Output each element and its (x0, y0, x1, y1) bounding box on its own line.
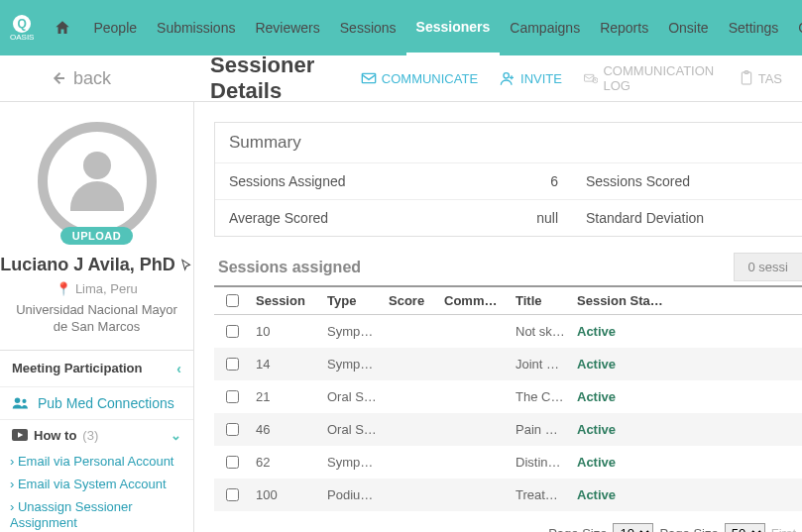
row-checkbox[interactable] (226, 456, 239, 469)
second-bar: back Sessioner Details COMMUNICATE INVIT… (0, 55, 802, 102)
howto-item[interactable]: Unassign Sessioner Assignment (0, 496, 193, 532)
people-icon (12, 396, 30, 410)
pager-first[interactable]: First (771, 526, 796, 532)
nav-onsite[interactable]: Onsite (658, 0, 718, 55)
table-row[interactable]: 14Sympo…Joint V…Active (214, 348, 802, 380)
summary-label: Sessions Assigned (215, 163, 413, 199)
row-checkbox[interactable] (226, 358, 239, 371)
select-all-cell (214, 294, 250, 307)
howto-list: Email via Personal AccountEmail via Syst… (0, 451, 193, 532)
summary-row: Sessions Assigned6Sessions Scored (215, 163, 802, 199)
cell-title: Joint V… (510, 357, 571, 372)
svg-point-6 (15, 397, 21, 403)
nav-sessions[interactable]: Sessions (330, 0, 406, 55)
col-session[interactable]: Session (250, 293, 321, 308)
table-row[interactable]: 100Podiu…Treatm…Active (214, 479, 802, 511)
cell-title: Treatm… (510, 487, 571, 502)
meeting-participation-label: Meeting Participation (12, 361, 142, 375)
sidebar-section-meeting: Meeting Participation ‹ (0, 350, 193, 386)
map-pin-icon: 📍 (56, 281, 71, 296)
summary-label-right: Standard Deviation (572, 200, 790, 236)
svg-point-7 (22, 399, 26, 403)
cell-type: Sympo… (321, 357, 383, 372)
howto-toggle[interactable]: How to (3) ⌄ (0, 420, 193, 451)
nav-configuration[interactable]: Configuration (788, 0, 802, 55)
cell-session: 14 (250, 357, 321, 372)
sessions-title: Sessions assigned (214, 259, 734, 276)
invite-button[interactable]: INVITE (500, 70, 562, 86)
page-size-select-1[interactable]: 10 (613, 523, 653, 532)
pubmed-link[interactable]: Pub Med Connections (0, 387, 193, 419)
back-button[interactable]: back (50, 68, 111, 89)
row-select-cell (214, 358, 250, 371)
row-checkbox[interactable] (226, 423, 239, 436)
row-select-cell (214, 456, 250, 469)
nav-reports[interactable]: Reports (590, 0, 658, 55)
select-all-checkbox[interactable] (226, 294, 239, 307)
meeting-participation-toggle[interactable]: Meeting Participation ‹ (0, 351, 193, 386)
summary-row: Average ScorednullStandard Deviation (215, 199, 802, 236)
action-links: COMMUNICATE INVITE COMMUNICATION LOG TAS (361, 63, 782, 93)
svg-point-1 (504, 73, 509, 78)
page-title: Sessioner Details (210, 53, 361, 104)
howto-item[interactable]: Email via Personal Account (0, 451, 193, 474)
person-location: 📍 Lima, Peru (56, 281, 138, 296)
table-body: 10Sympo…Not ski…Active14Sympo…Joint V…Ac… (214, 315, 802, 511)
home-icon[interactable] (54, 19, 71, 37)
chevron-down-icon: ⌄ (171, 428, 181, 443)
upload-button[interactable]: UPLOAD (60, 227, 133, 245)
tasks-button[interactable]: TAS (740, 70, 782, 86)
col-comments[interactable]: Comme… (438, 293, 510, 308)
table-row[interactable]: 21Oral Se…The CA…Active (214, 380, 802, 413)
location-text: Lima, Peru (75, 281, 138, 296)
col-title[interactable]: Title (510, 293, 571, 308)
cell-status: Active (571, 389, 670, 404)
summary-label-right: Sessions Scored (572, 163, 790, 199)
communication-log-button[interactable]: COMMUNICATION LOG (584, 63, 718, 93)
sessions-count: 0 sessi (734, 253, 802, 281)
table-row[interactable]: 62Sympo…Distinc…Active (214, 446, 802, 479)
row-select-cell (214, 390, 250, 403)
howto-label: How to (34, 428, 76, 443)
nav-sessioners[interactable]: Sessioners (406, 0, 501, 55)
row-checkbox[interactable] (226, 325, 239, 338)
col-type[interactable]: Type (321, 293, 383, 308)
row-select-cell (214, 423, 250, 436)
nav-campaigns[interactable]: Campaigns (500, 0, 590, 55)
page-size-select-2[interactable]: 50 (725, 523, 765, 532)
logo-text: OASIS (10, 33, 34, 42)
cell-title: The CA… (510, 389, 571, 404)
logo-icon: Q (13, 15, 31, 33)
summary-title: Summary (215, 123, 802, 163)
main: UPLOAD Luciano J Avila, PhD 📍 Lima, Peru… (0, 102, 802, 532)
avatar[interactable] (38, 122, 157, 241)
cell-status: Active (571, 455, 670, 470)
cell-title: Distinc… (510, 455, 571, 470)
svg-rect-0 (362, 73, 375, 82)
logo[interactable]: Q OASIS (10, 15, 34, 42)
cell-status: Active (571, 324, 670, 339)
cell-type: Oral Se… (321, 422, 383, 437)
chevron-left-icon: ‹ (176, 361, 181, 376)
nav-people[interactable]: People (83, 0, 147, 55)
avatar-block: UPLOAD Luciano J Avila, PhD 📍 Lima, Peru… (0, 122, 193, 336)
nav-reviewers[interactable]: Reviewers (245, 0, 329, 55)
howto-item[interactable]: Email via System Account (0, 474, 193, 496)
nav-submissions[interactable]: Submissions (147, 0, 245, 55)
person-org: Universidad Nacional Mayor de San Marcos (0, 302, 193, 336)
pager: Page Size 10 Page Size 50 First (214, 511, 802, 532)
cell-status: Active (571, 357, 670, 372)
row-select-cell (214, 488, 250, 501)
sidebar-section-pubmed: Pub Med Connections (0, 386, 193, 419)
row-checkbox[interactable] (226, 488, 239, 501)
col-status[interactable]: Session Status (571, 293, 670, 308)
cell-session: 62 (250, 455, 321, 470)
row-checkbox[interactable] (226, 390, 239, 403)
cell-title: Pain M… (510, 422, 571, 437)
nav-settings[interactable]: Settings (719, 0, 789, 55)
col-score[interactable]: Score (383, 293, 438, 308)
table-row[interactable]: 46Oral Se…Pain M…Active (214, 413, 802, 446)
communication-log-label: COMMUNICATION LOG (603, 63, 717, 93)
communicate-button[interactable]: COMMUNICATE (361, 71, 478, 86)
table-row[interactable]: 10Sympo…Not ski…Active (214, 315, 802, 348)
